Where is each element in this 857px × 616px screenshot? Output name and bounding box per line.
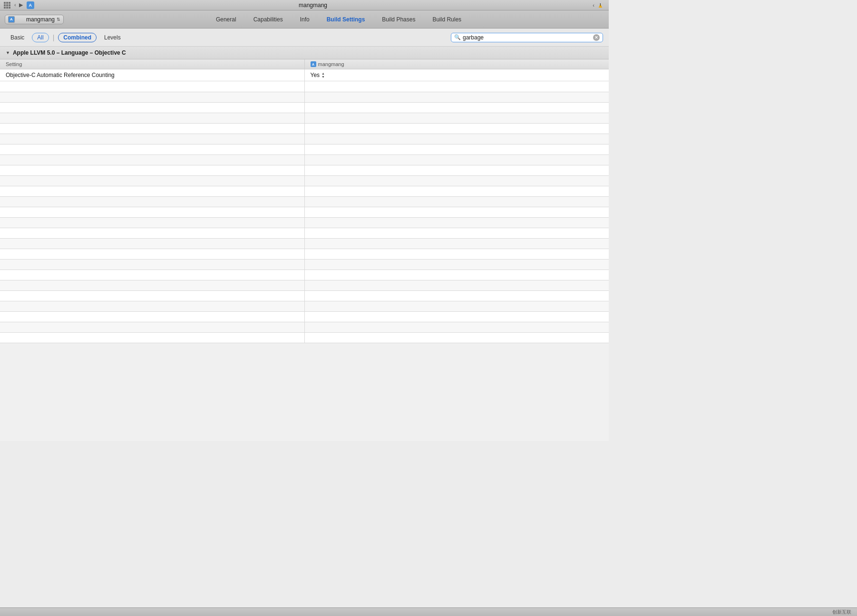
col-target-name: mangmang [318,61,344,67]
tab-build-settings[interactable]: Build Settings [318,14,374,25]
empty-row [0,207,609,217]
search-icon: 🔍 [454,34,461,40]
warning-icon [597,2,605,9]
filter-bar: Basic All | Combined Levels 🔍 ✕ [0,29,609,47]
title-bar-right: ‹ [592,2,605,9]
table-header-row: Setting A mangmang [0,59,609,69]
section-toggle-button[interactable]: ▼ [6,50,10,55]
empty-row [0,259,609,270]
xcode-icon: A [27,1,34,9]
empty-row [0,113,609,123]
nav-tabs: General Capabilities Info Build Settings… [73,14,604,25]
tab-bar: A mangmang ⇅ General Capabilities Info B… [0,10,609,29]
empty-row [0,280,609,290]
target-selector[interactable]: A mangmang ⇅ [5,15,64,24]
filter-basic-button[interactable]: Basic [6,33,29,42]
nav-prev-button[interactable]: ‹ [592,2,595,8]
empty-row [0,238,609,249]
section-title: Apple LLVM 5.0 – Language – Objective C [13,49,126,56]
nav-forward-button[interactable]: ▶ [18,2,24,8]
title-bar-nav: ‹ ▶ [13,2,24,8]
main-content: ▼ Apple LLVM 5.0 – Language – Objective … [0,47,609,441]
tab-build-phases[interactable]: Build Phases [373,14,424,25]
empty-row [0,228,609,238]
tab-info[interactable]: Info [292,14,318,25]
search-clear-button[interactable]: ✕ [593,34,600,41]
section-header: ▼ Apple LLVM 5.0 – Language – Objective … [0,47,609,59]
empty-row [0,165,609,175]
empty-row [0,186,609,196]
search-input[interactable] [463,34,591,41]
empty-row [0,322,609,332]
empty-row [0,102,609,113]
empty-row [0,311,609,322]
tab-build-rules[interactable]: Build Rules [424,14,470,25]
filter-combined-button[interactable]: Combined [58,33,97,42]
empty-row [0,196,609,207]
target-xcode-icon: A [8,16,15,23]
column-header-mangmang: A mangmang [304,59,609,69]
empty-row [0,154,609,165]
target-name: mangmang [26,16,55,23]
column-header-setting: Setting [0,59,304,69]
nav-back-button[interactable]: ‹ [13,2,17,8]
empty-row [0,332,609,343]
empty-row [0,175,609,186]
empty-row [0,134,609,144]
empty-row [0,301,609,311]
setting-name-cell: Objective-C Automatic Reference Counting [0,69,304,81]
filter-all-button[interactable]: All [32,33,49,42]
filter-levels-button[interactable]: Levels [99,33,126,42]
settings-table: Setting A mangmang Objective-C Automatic… [0,59,609,81]
setting-value: Yes [311,72,320,78]
search-box: 🔍 ✕ [451,33,603,42]
col-xcode-icon: A [311,61,316,67]
empty-rows-table [0,81,609,343]
grid-icon [4,2,10,9]
empty-row [0,217,609,228]
title-bar-project: mangmang [37,2,589,9]
empty-row [0,144,609,154]
title-bar: ‹ ▶ A mangmang ‹ [0,0,609,10]
empty-row [0,270,609,280]
empty-row [0,249,609,259]
target-chevron: ⇅ [57,17,60,22]
empty-row [0,92,609,102]
filter-separator: | [53,34,55,41]
empty-row [0,290,609,301]
project-name: mangmang [299,2,327,9]
empty-row [0,81,609,92]
empty-row [0,123,609,134]
tab-general[interactable]: General [207,14,245,25]
value-stepper[interactable]: ▲▼ [321,72,325,78]
tab-capabilities[interactable]: Capabilities [245,14,292,25]
setting-value-cell[interactable]: Yes▲▼ [304,69,609,81]
table-row: Objective-C Automatic Reference Counting… [0,69,609,81]
